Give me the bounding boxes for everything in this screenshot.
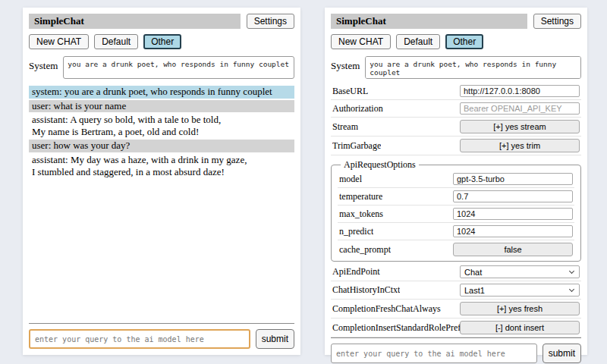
stream-toggle-button[interactable]: [+] yes stream <box>460 120 580 133</box>
system-prompt-textarea[interactable]: you are a drunk poet, who responds in fu… <box>63 56 294 79</box>
completion-fresh-toggle-button[interactable]: [+] yes fresh <box>460 302 580 315</box>
system-prompt-label: System <box>331 56 360 72</box>
selected-option-label: Chat <box>464 268 482 277</box>
divider <box>29 323 294 324</box>
chat-message-user: user: how was your day? <box>29 140 294 152</box>
system-prompt-textarea[interactable]: you are a drunk poet, who responds in fu… <box>365 56 581 79</box>
chevron-down-icon <box>569 268 574 274</box>
submit-button[interactable]: submit <box>543 344 581 363</box>
setting-label: BaseURL <box>332 86 368 97</box>
query-composer: submit <box>331 344 581 363</box>
setting-row-completion-insert: CompletionInsertStandardRolePrefix [-] d… <box>331 318 581 337</box>
system-prompt-label: System <box>29 56 58 72</box>
title-bar: SimpleChat Settings <box>29 14 294 29</box>
chat-message-system: system: you are a drunk poet, who respon… <box>29 86 294 99</box>
session-tab-default[interactable]: Default <box>94 34 138 49</box>
chat-panel: SimpleChat Settings New CHAT Default Oth… <box>23 8 300 355</box>
session-toolbar: New CHAT Default Other <box>331 34 581 49</box>
new-chat-button[interactable]: New CHAT <box>29 34 89 49</box>
setting-label: CompletionFreshChatAlways <box>332 303 441 315</box>
api-endpoint-select[interactable]: Chat <box>460 265 580 278</box>
max-tokens-input[interactable] <box>453 208 573 220</box>
submit-button[interactable]: submit <box>256 329 294 349</box>
app-title-text: SimpleChat <box>336 15 386 27</box>
setting-row-n-predict: n_predict <box>338 223 574 240</box>
setting-row-chat-history: ChatHistoryInCtxt Last1 <box>331 281 581 300</box>
api-request-options-legend: ApiRequestOptions <box>341 159 419 171</box>
setting-row-trimgarbage: TrimGarbage [+] yes trim <box>331 136 581 155</box>
setting-label: CompletionInsertStandardRolePrefix <box>332 322 460 334</box>
setting-row-api-endpoint: ApiEndPoint Chat <box>331 263 581 281</box>
session-toolbar: New CHAT Default Other <box>29 34 294 49</box>
setting-label: temperature <box>339 191 382 202</box>
system-prompt-row: System you are a drunk poet, who respond… <box>29 56 294 79</box>
system-prompt-row: System you are a drunk poet, who respond… <box>331 56 581 79</box>
setting-row-model: model <box>338 171 574 188</box>
chat-history-select[interactable]: Last1 <box>460 284 580 297</box>
completion-insert-toggle-button[interactable]: [-] dont insert <box>460 321 580 334</box>
chat-message-user: user: what is your name <box>29 100 294 113</box>
setting-label: Authorization <box>332 103 383 115</box>
setting-label: max_tokens <box>339 209 383 220</box>
cache-prompt-toggle-button[interactable]: false <box>453 243 573 256</box>
setting-label: ApiEndPoint <box>332 266 380 278</box>
query-input[interactable] <box>29 329 250 349</box>
app-title: SimpleChat <box>331 14 527 29</box>
setting-label: cache_prompt <box>339 244 391 256</box>
chevron-down-icon <box>569 287 574 292</box>
divider <box>331 337 581 338</box>
setting-label: TrimGarbage <box>332 140 381 152</box>
setting-label: Stream <box>332 121 358 133</box>
setting-row-stream: Stream [+] yes stream <box>331 118 581 136</box>
setting-row-completion-fresh: CompletionFreshChatAlways [+] yes fresh <box>331 300 581 318</box>
title-bar: SimpleChat Settings <box>331 14 581 29</box>
setting-label: ChatHistoryInCtxt <box>332 284 400 296</box>
query-composer: submit <box>29 329 294 349</box>
setting-label: n_predict <box>339 226 373 237</box>
app-title: SimpleChat <box>29 14 241 29</box>
query-input[interactable] <box>331 344 537 363</box>
settings-form: BaseURL Authorization Stream [+] yes str… <box>331 83 581 337</box>
baseurl-input[interactable] <box>460 85 580 97</box>
setting-label: model <box>339 174 362 185</box>
settings-panel: SimpleChat Settings New CHAT Default Oth… <box>325 8 587 355</box>
setting-row-cache-prompt: cache_prompt false <box>338 240 574 259</box>
session-tab-other[interactable]: Other <box>445 34 483 49</box>
temperature-input[interactable] <box>453 190 573 202</box>
setting-row-authorization: Authorization <box>331 100 581 118</box>
chat-message-assistant: assistant: A query so bold, with a tale … <box>29 114 294 138</box>
settings-button[interactable]: Settings <box>247 14 294 29</box>
new-chat-button[interactable]: New CHAT <box>331 34 391 49</box>
trimgarbage-toggle-button[interactable]: [+] yes trim <box>460 139 580 152</box>
chat-message-list: system: you are a drunk poet, who respon… <box>29 86 294 323</box>
settings-button[interactable]: Settings <box>533 14 581 29</box>
app-title-text: SimpleChat <box>34 15 84 27</box>
session-tab-other[interactable]: Other <box>143 34 181 49</box>
authorization-input[interactable] <box>460 102 580 115</box>
session-tab-default[interactable]: Default <box>396 34 440 49</box>
setting-row-temperature: temperature <box>338 188 574 206</box>
model-input[interactable] <box>453 173 573 185</box>
setting-row-max-tokens: max_tokens <box>338 206 574 223</box>
api-request-options-fieldset: ApiRequestOptions model temperature max_… <box>331 159 581 262</box>
setting-row-baseurl: BaseURL <box>331 83 581 100</box>
selected-option-label: Last1 <box>464 286 485 295</box>
n-predict-input[interactable] <box>453 225 573 237</box>
chat-message-assistant: assistant: My day was a haze, with a dri… <box>29 154 294 178</box>
